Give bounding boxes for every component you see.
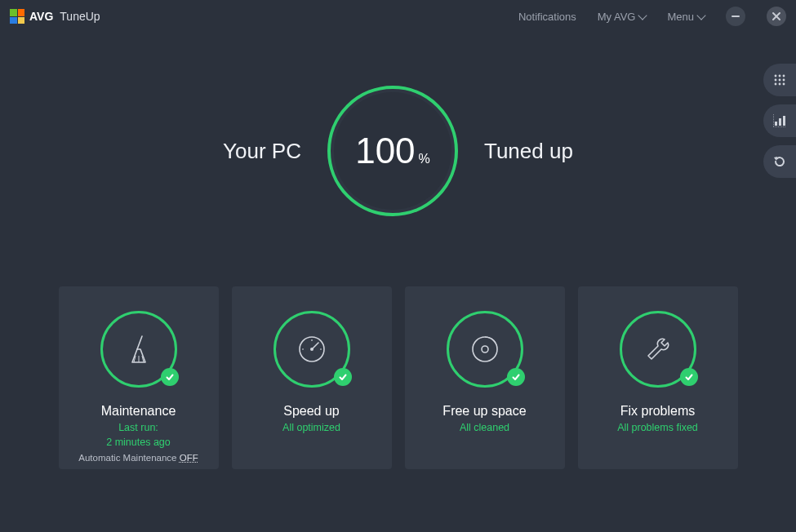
svg-point-10 xyxy=(779,83,781,86)
svg-point-5 xyxy=(783,75,785,78)
tile-icon-wrap xyxy=(273,311,350,388)
app-logo: AVG TuneUp xyxy=(10,9,100,24)
svg-point-29 xyxy=(482,346,488,352)
tile-title: Speed up xyxy=(283,404,340,419)
statistics-button[interactable] xyxy=(763,104,796,137)
check-icon xyxy=(165,372,175,382)
hero-right-label: Tuned up xyxy=(484,139,573,164)
menu-label: Menu xyxy=(667,11,694,23)
menu-dropdown[interactable]: Menu xyxy=(667,11,705,23)
close-button[interactable] xyxy=(767,7,786,26)
chevron-down-icon xyxy=(638,11,647,20)
feature-tiles: Maintenance Last run: 2 minutes ago Auto… xyxy=(0,286,796,469)
minimize-button[interactable] xyxy=(726,7,745,26)
tile-icon-wrap xyxy=(620,311,696,388)
tile-maintenance[interactable]: Maintenance Last run: 2 minutes ago Auto… xyxy=(59,286,219,469)
auto-maintenance-toggle[interactable]: OFF xyxy=(180,453,198,463)
svg-point-9 xyxy=(775,83,777,86)
tile-status: All problems fixed xyxy=(617,422,698,433)
tile-speed-up[interactable]: Speed up All optimized xyxy=(232,286,392,469)
status-check-badge xyxy=(334,368,352,386)
avg-logo-icon xyxy=(10,9,24,24)
bar-chart-icon xyxy=(773,114,786,127)
tile-free-up-space[interactable]: Free up space All cleaned xyxy=(405,286,565,469)
svg-rect-14 xyxy=(783,116,785,126)
undo-icon xyxy=(772,154,787,169)
check-icon xyxy=(511,372,521,382)
tile-auto-maintenance: Automatic Maintenance OFF xyxy=(78,451,198,464)
svg-line-18 xyxy=(137,336,142,349)
svg-point-6 xyxy=(775,79,777,82)
tile-title: Fix problems xyxy=(620,404,696,419)
status-check-badge xyxy=(680,368,698,386)
status-check-badge xyxy=(161,368,179,386)
auto-maintenance-label: Automatic Maintenance xyxy=(78,453,176,463)
grid-icon xyxy=(773,73,786,86)
check-icon xyxy=(338,372,348,382)
my-avg-menu[interactable]: My AVG xyxy=(598,11,647,23)
svg-rect-12 xyxy=(775,122,777,126)
notifications-label: Notifications xyxy=(518,11,576,23)
side-dock xyxy=(763,64,796,178)
svg-point-11 xyxy=(783,83,785,86)
header-menu-group: Notifications My AVG Menu xyxy=(518,7,786,26)
gauge-value-wrap: 100 % xyxy=(355,131,430,171)
svg-point-8 xyxy=(783,79,785,82)
notifications-menu[interactable]: Notifications xyxy=(518,11,576,23)
tile-fix-problems[interactable]: Fix problems All problems fixed xyxy=(578,286,738,469)
undo-button[interactable] xyxy=(763,145,796,178)
minimize-icon xyxy=(731,11,740,21)
gauge-percent-symbol: % xyxy=(419,152,430,166)
my-avg-label: My AVG xyxy=(598,11,636,23)
tile-status: All optimized xyxy=(282,422,340,433)
svg-point-3 xyxy=(775,75,777,78)
hero-left-label: Your PC xyxy=(223,139,301,164)
app-header: AVG TuneUp Notifications My AVG Menu xyxy=(0,0,796,33)
svg-marker-17 xyxy=(774,157,777,161)
brand-name: AVG xyxy=(29,10,53,23)
svg-rect-13 xyxy=(779,118,781,126)
close-icon xyxy=(772,11,781,21)
tile-icon-wrap xyxy=(447,311,523,388)
status-hero: Your PC 100 % Tuned up xyxy=(0,86,796,216)
tile-title: Free up space xyxy=(442,404,526,419)
product-name: TuneUp xyxy=(60,10,100,23)
svg-point-24 xyxy=(310,348,314,351)
check-icon xyxy=(684,372,694,382)
apps-grid-button[interactable] xyxy=(763,64,796,96)
tile-status-line2: 2 minutes ago xyxy=(106,437,171,448)
gauge-percent-value: 100 xyxy=(355,131,415,171)
tile-icon-wrap xyxy=(100,311,177,388)
tile-status: All cleaned xyxy=(460,422,509,433)
tile-title: Maintenance xyxy=(101,404,176,419)
svg-point-4 xyxy=(779,75,781,78)
chevron-down-icon xyxy=(696,11,705,20)
svg-point-7 xyxy=(779,79,781,82)
health-gauge: 100 % xyxy=(327,86,458,216)
tile-status-line1: Last run: xyxy=(118,422,158,433)
status-check-badge xyxy=(507,368,525,386)
